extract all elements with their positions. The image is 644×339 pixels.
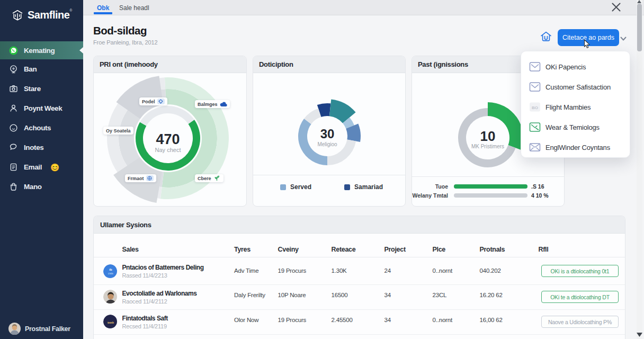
dropdown-item-customer-safistaction[interactable]: Customer Safistaction bbox=[521, 77, 630, 97]
sprout-green-icon bbox=[213, 175, 221, 181]
chip-label: Oy Soatela bbox=[106, 128, 131, 133]
dropdown-item-wear-temiologs[interactable]: Wear & Temiologs bbox=[521, 117, 630, 137]
cell-reteace: 16500 bbox=[332, 292, 348, 298]
donut-2-label: Meligioo bbox=[303, 141, 351, 147]
sidebar-item-ban[interactable]: Ban bbox=[0, 59, 83, 79]
chip-label: Frmaot bbox=[128, 176, 144, 181]
cell-type: Adv Time bbox=[234, 267, 258, 274]
row-action-button[interactable]: OKi is a dtiolocathing 0t1 bbox=[541, 265, 619, 277]
cell-plce: 23CL bbox=[433, 292, 447, 298]
dropdown-item-englwinder-coyntans[interactable]: EnglWinder Coyntans bbox=[521, 137, 630, 157]
create-reports-button[interactable]: Citetace ao pards bbox=[558, 29, 619, 46]
logo-reg: ® bbox=[69, 8, 72, 12]
cell-reteace: 2.45500 bbox=[332, 317, 353, 323]
donut-2-value: 30 bbox=[306, 127, 348, 141]
sidebar-item-achouts[interactable]: Achouts bbox=[0, 118, 83, 138]
row-subtitle: Raoced 11/4/2112 bbox=[122, 298, 167, 305]
sidebar-item-kemating[interactable]: Kemating bbox=[0, 41, 83, 59]
scroll-down-icon[interactable] bbox=[637, 333, 642, 337]
logo-icon bbox=[11, 8, 24, 21]
sidebar-item-label: Poynt Week bbox=[24, 104, 62, 112]
cell-type: Daly Frerilty bbox=[234, 292, 265, 298]
scrollbar-thumb[interactable] bbox=[637, 4, 642, 51]
scroll-up-icon[interactable] bbox=[637, 0, 641, 3]
cell-cveiny: 10P Noare bbox=[278, 292, 306, 298]
progress-track bbox=[454, 184, 527, 189]
envelope-x-icon bbox=[529, 141, 541, 153]
avatar bbox=[8, 323, 21, 335]
chip-frmaot: Frmaot bbox=[125, 174, 156, 182]
row-name: Fintatodtals Saft bbox=[122, 315, 168, 322]
cell-plce: 0..nornt bbox=[433, 267, 452, 274]
column-header-tyres: Tyres bbox=[234, 246, 251, 253]
dropdown-item-label: Flight Mambies bbox=[545, 103, 591, 111]
card-title: Doticiption bbox=[253, 56, 405, 73]
row-name: Evoctoliatle ad Warlonams bbox=[122, 290, 197, 297]
dropdown-item-label: Customer Safistaction bbox=[545, 83, 611, 91]
sidebar-item-stare[interactable]: Stare bbox=[0, 79, 83, 99]
legend-samariad: Samariad bbox=[344, 183, 383, 191]
legend: Served Samariad bbox=[253, 175, 405, 207]
legend-label: Samariad bbox=[354, 183, 383, 191]
card-pri-ont: PRI ont (imehoody 470 Nay chect Podel Ba… bbox=[93, 56, 247, 207]
svg-text:ib: ib bbox=[109, 268, 112, 271]
row-avatar: tnmh bbox=[103, 315, 117, 328]
table-row: ibcratsPntacios of Battemers DelingRasse… bbox=[94, 257, 625, 285]
cloud-blue-icon bbox=[220, 101, 227, 107]
progress-track bbox=[454, 193, 527, 198]
dropdown-item-label: OKi Papencis bbox=[545, 63, 586, 71]
card-doticiption: Doticiption 30 Meligioo Served Samariad bbox=[253, 56, 406, 207]
row-avatar bbox=[103, 290, 117, 304]
donut-3-value: 10 bbox=[467, 128, 509, 145]
cell-cveiny: 19 Procurs bbox=[278, 267, 307, 274]
close-icon[interactable] bbox=[611, 2, 621, 12]
sidebar-item-email[interactable]: Email😊 bbox=[0, 157, 83, 177]
sidebar-item-label: Achouts bbox=[24, 124, 51, 132]
table-card: Ullamer Sysions SalesTyresCveinyReteaceP… bbox=[93, 216, 625, 339]
donut-1-label: Nay chect bbox=[144, 147, 192, 153]
sidebar-item-label: Stare bbox=[24, 85, 41, 93]
chip-cbere: Cbere bbox=[195, 174, 223, 182]
row-subtitle: Recsed 11/4/2119 bbox=[122, 323, 167, 329]
column-header-reteace: Reteace bbox=[332, 246, 356, 253]
progress-label: Welany Tmtal bbox=[413, 192, 449, 199]
progress-value: .S 16 bbox=[531, 183, 544, 190]
row-action-button[interactable]: OKi te a dtiolocathing DT bbox=[541, 291, 619, 303]
row-action-button[interactable]: Naove a Udiolocathing P% bbox=[541, 316, 619, 328]
table-row: tnmhFintatodtals SaftRecsed 11/4/2119Olo… bbox=[94, 310, 625, 335]
sidebar-item-mano[interactable]: Mano bbox=[0, 177, 83, 197]
legend-swatch-samariad bbox=[344, 184, 350, 190]
chip-oy-soatela: Oy Soatela bbox=[103, 127, 133, 135]
sidebar-item-inotes[interactable]: Inotes bbox=[0, 138, 83, 157]
person-icon bbox=[9, 104, 18, 113]
legend-swatch-served bbox=[280, 184, 286, 190]
chevron-down-icon[interactable] bbox=[620, 36, 627, 41]
tab-sale-headl[interactable]: Sale headl bbox=[119, 0, 149, 15]
dropdown-menu: OKi PapencisCustomer SafistactionBOFligh… bbox=[521, 51, 630, 158]
sidebar-item-label: Inotes bbox=[24, 144, 43, 151]
row-name: Pntacios of Battemers Deling bbox=[122, 264, 204, 271]
chip-label: Balmges bbox=[198, 102, 218, 107]
dropdown-item-oki-papencis[interactable]: OKi Papencis bbox=[521, 57, 630, 77]
legend-label: Served bbox=[290, 183, 311, 191]
chip-podel: Podel bbox=[139, 97, 167, 105]
envelope-icon bbox=[529, 61, 541, 73]
cell-plce: 0..nornt bbox=[433, 317, 452, 323]
sidebar-user[interactable]: Prostnal Falker bbox=[8, 323, 70, 335]
dropdown-item-flight-mambies[interactable]: BOFlight Mambies bbox=[521, 97, 630, 117]
progress-label: Tuoe bbox=[435, 183, 448, 190]
sidebar-item-poynt-week[interactable]: Poynt Week bbox=[0, 99, 83, 118]
cell-project: 24 bbox=[384, 267, 391, 274]
logo-text: Samfline bbox=[28, 9, 69, 21]
card-body: 470 Nay chect Podel Balmges Oy Soatela F… bbox=[94, 73, 246, 207]
whatsapp-icon bbox=[9, 46, 18, 55]
chip-label: Podel bbox=[142, 99, 155, 104]
dropdown-item-label: Wear & Temiologs bbox=[545, 123, 600, 131]
cell-cveiny: 19 Procurs bbox=[278, 317, 307, 323]
home-icon[interactable] bbox=[540, 31, 552, 42]
tab-obk[interactable]: Obk bbox=[97, 0, 109, 15]
progress-block: Tuoe .S 16 Welany Tmtal 4 10 % bbox=[412, 176, 564, 207]
donut-1-value: 470 bbox=[147, 131, 189, 148]
progress-value: 4 10 % bbox=[531, 192, 549, 199]
cell-type: Olor Now bbox=[234, 317, 258, 323]
